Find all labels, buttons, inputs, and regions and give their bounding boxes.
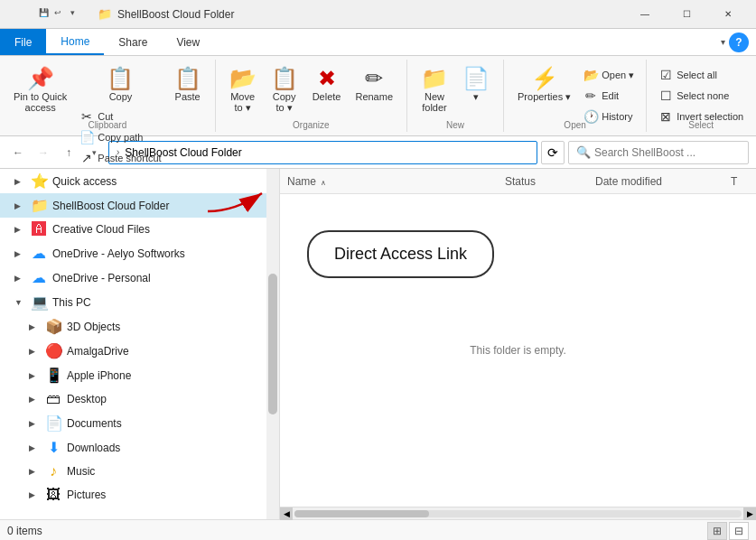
- new-item-button[interactable]: 📄 ▾: [456, 65, 496, 106]
- expander-icon: ▶: [29, 443, 43, 452]
- sidebar-item-amalgadrive[interactable]: ▶ 🔴 AmalgaDrive: [0, 339, 279, 363]
- tab-view[interactable]: View: [162, 29, 214, 55]
- tab-file[interactable]: File: [0, 29, 46, 55]
- copy-button[interactable]: 📋 Copy: [75, 65, 165, 105]
- creative-cloud-icon: 🅰: [31, 221, 47, 237]
- sidebar-label-this-pc: This PC: [52, 296, 91, 309]
- col-date-label: Date modified: [595, 175, 662, 188]
- downloads-icon: ⬇: [45, 439, 61, 456]
- scroll-left-button[interactable]: ◀: [280, 507, 293, 520]
- col-header-name[interactable]: Name ∧: [287, 175, 505, 188]
- sidebar-label-shellboost: ShellBoost Cloud Folder: [52, 200, 169, 212]
- ribbon-tabs: File Home Share View ▾ ?: [0, 29, 756, 56]
- open-small-buttons: 📂 Open ▾ ✏ Edit 🕐 History: [579, 65, 639, 126]
- sidebar-item-desktop[interactable]: ▶ 🗃 Desktop: [0, 387, 279, 411]
- ribbon: File Home Share View ▾ ? 📌 Pin to Quicka…: [0, 29, 756, 136]
- search-box[interactable]: 🔍: [568, 141, 749, 164]
- paste-icon: 📋: [174, 68, 201, 89]
- sidebar-label-documents: Documents: [67, 417, 122, 430]
- expander-icon: ▶: [29, 322, 43, 331]
- sidebar-item-3d-objects[interactable]: ▶ 📦 3D Objects: [0, 314, 279, 339]
- view-large-button[interactable]: ⊟: [729, 522, 749, 540]
- sidebar-scrollbar[interactable]: [266, 169, 279, 519]
- open-icon: 📂: [583, 68, 598, 82]
- sidebar-label-creative-cloud: Creative Cloud Files: [52, 223, 150, 236]
- new-folder-button[interactable]: 📁 Newfolder: [415, 65, 454, 116]
- expander-icon: ▶: [14, 225, 29, 234]
- content-body: This folder is empty. Direct Access Link: [280, 194, 756, 507]
- copy-to-button[interactable]: 📋 Copyto ▾: [265, 65, 304, 116]
- sidebar-item-downloads[interactable]: ▶ ⬇ Downloads: [0, 435, 279, 460]
- sidebar: ▶ ⭐ Quick access ▶ 📁 ShellBoost Cloud Fo…: [0, 169, 280, 519]
- title-bar: 💾 ↩ ▾ 📁 ShellBoost Cloud Folder — ☐ ✕: [0, 0, 756, 29]
- maximize-button[interactable]: ☐: [666, 0, 707, 29]
- search-input[interactable]: [594, 146, 741, 159]
- scroll-right-button[interactable]: ▶: [743, 507, 756, 520]
- properties-button[interactable]: ⚡ Properties ▾: [511, 65, 577, 106]
- horizontal-scrollbar[interactable]: ◀ ▶: [280, 507, 756, 519]
- sidebar-item-onedrive-personal[interactable]: ▶ ☁ OneDrive - Personal: [0, 265, 279, 290]
- open-group: ⚡ Properties ▾ 📂 Open ▾ ✏ Edit 🕐 History: [504, 60, 647, 132]
- organize-group: 📂 Moveto ▾ 📋 Copyto ▾ ✖ Delete ✏ Rename …: [216, 60, 407, 132]
- sidebar-item-onedrive-aelyo[interactable]: ▶ ☁ OneDrive - Aelyo Softworks: [0, 241, 279, 265]
- move-to-button[interactable]: 📂 Moveto ▾: [223, 65, 263, 116]
- copy-to-icon: 📋: [271, 68, 298, 89]
- select-all-button[interactable]: ☑ Select all: [654, 65, 748, 85]
- edit-label: Edit: [602, 90, 619, 101]
- callout-text: Direct Access Link: [334, 245, 467, 263]
- copy-to-label: Copyto ▾: [273, 91, 296, 114]
- sidebar-item-creative-cloud[interactable]: ▶ 🅰 Creative Cloud Files: [0, 218, 279, 241]
- qat-undo[interactable]: ↩: [51, 5, 65, 20]
- pin-icon: 📌: [27, 68, 54, 89]
- sidebar-label-quick-access: Quick access: [52, 175, 117, 188]
- close-button[interactable]: ✕: [707, 0, 749, 29]
- sidebar-label-onedrive-aelyo: OneDrive - Aelyo Softworks: [52, 247, 185, 260]
- paste-shortcut-button[interactable]: ↗ Paste shortcut: [75, 148, 165, 168]
- view-buttons: ⊞ ⊟: [707, 522, 749, 540]
- sidebar-item-pictures[interactable]: ▶ 🖼 Pictures: [0, 483, 279, 507]
- sidebar-item-documents[interactable]: ▶ 📄 Documents: [0, 411, 279, 435]
- select-all-label: Select all: [677, 70, 717, 80]
- delete-button[interactable]: ✖ Delete: [306, 65, 348, 105]
- qat-dropdown[interactable]: ▾: [65, 5, 79, 20]
- history-label: History: [602, 111, 632, 122]
- sidebar-item-music[interactable]: ▶ ♪ Music: [0, 460, 279, 483]
- select-all-icon: ☑: [658, 68, 673, 82]
- open-button[interactable]: 📂 Open ▾: [579, 65, 639, 85]
- sidebar-item-this-pc[interactable]: ▼ 💻 This PC: [0, 290, 279, 314]
- expander-icon: ▶: [14, 249, 29, 258]
- rename-button[interactable]: ✏ Rename: [349, 65, 399, 105]
- sidebar-item-quick-access[interactable]: ▶ ⭐ Quick access: [0, 169, 279, 193]
- col-header-status[interactable]: Status: [505, 175, 595, 188]
- expander-icon: ▶: [29, 467, 43, 476]
- paste-button[interactable]: 📋 Paste: [168, 65, 208, 105]
- qat-save[interactable]: 💾: [36, 5, 51, 20]
- ribbon-expand-icon: ▾: [721, 37, 725, 47]
- refresh-button[interactable]: ⟳: [541, 141, 565, 164]
- col-header-date[interactable]: Date modified: [595, 175, 731, 188]
- col-header-type: T: [731, 175, 749, 188]
- pin-to-quick-access-button[interactable]: 📌 Pin to Quickaccess: [7, 65, 73, 116]
- expander-icon: ▶: [29, 419, 43, 428]
- new-folder-label: Newfolder: [422, 91, 447, 113]
- view-details-button[interactable]: ⊞: [707, 522, 727, 540]
- sidebar-item-apple-iphone[interactable]: ▶ 📱 Apple iPhone: [0, 363, 279, 387]
- select-none-button[interactable]: ☐ Select none: [654, 86, 748, 106]
- tab-home[interactable]: Home: [46, 29, 104, 55]
- rename-label: Rename: [355, 91, 393, 102]
- expander-icon: ▶: [14, 177, 29, 186]
- copy-path-label: Copy path: [98, 132, 143, 143]
- help-button[interactable]: ?: [729, 33, 749, 52]
- paste-shortcut-label: Paste shortcut: [98, 153, 161, 163]
- edit-button[interactable]: ✏ Edit: [579, 86, 639, 106]
- col-type-label: T: [731, 175, 737, 188]
- expander-this-pc-icon: ▼: [14, 298, 29, 307]
- sidebar-item-shellboost[interactable]: ▶ 📁 ShellBoost Cloud Folder: [0, 193, 279, 218]
- tab-share[interactable]: Share: [104, 29, 162, 55]
- edit-icon: ✏: [583, 88, 598, 103]
- new-label: New: [446, 120, 464, 130]
- minimize-button[interactable]: —: [624, 0, 666, 29]
- history-button[interactable]: 🕐 History: [579, 107, 639, 126]
- copy-path-button[interactable]: 📄 Copy path: [75, 127, 165, 147]
- select-none-icon: ☐: [658, 88, 673, 103]
